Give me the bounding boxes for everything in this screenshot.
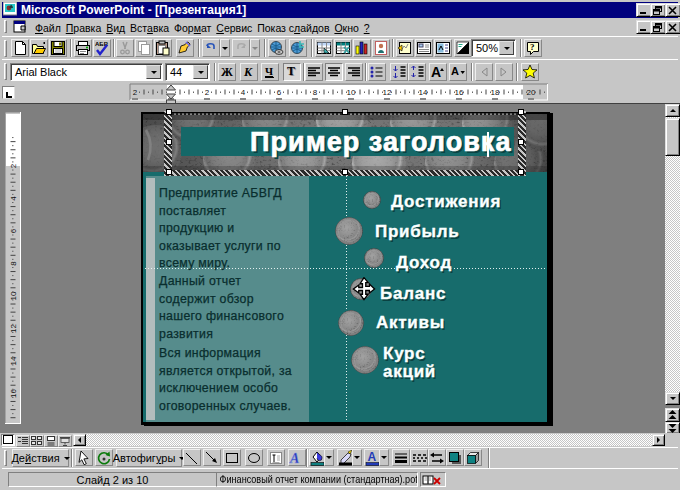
svg-text:10: 10 [347, 88, 356, 97]
svg-text:A: A [451, 65, 459, 77]
svg-text:14: 14 [9, 356, 18, 365]
svg-text:?: ? [530, 42, 535, 52]
svg-text:Ж: Ж [221, 65, 233, 79]
svg-text:18: 18 [491, 88, 500, 97]
svg-text:2: 2 [205, 88, 210, 97]
svg-text:4: 4 [9, 196, 18, 201]
svg-text:A: A [368, 450, 377, 464]
svg-text:2: 2 [133, 88, 138, 97]
svg-text:К: К [243, 65, 253, 79]
svg-text:Т: Т [287, 64, 295, 78]
svg-text:10: 10 [9, 291, 18, 300]
svg-text:6: 6 [277, 88, 282, 97]
svg-text:A: A [289, 451, 299, 466]
svg-text:Ч: Ч [265, 65, 273, 77]
svg-text:2: 2 [9, 163, 18, 168]
svg-text:16: 16 [9, 389, 18, 398]
svg-text:4: 4 [241, 88, 246, 97]
svg-text:A: A [431, 64, 441, 80]
svg-text:8: 8 [9, 261, 18, 266]
svg-text:12: 12 [383, 88, 392, 97]
svg-text:20: 20 [527, 88, 536, 97]
svg-text:14: 14 [419, 88, 428, 97]
svg-text:12: 12 [9, 324, 18, 333]
svg-text:8: 8 [313, 88, 318, 97]
svg-text:16: 16 [455, 88, 464, 97]
svg-text:6: 6 [9, 228, 18, 233]
